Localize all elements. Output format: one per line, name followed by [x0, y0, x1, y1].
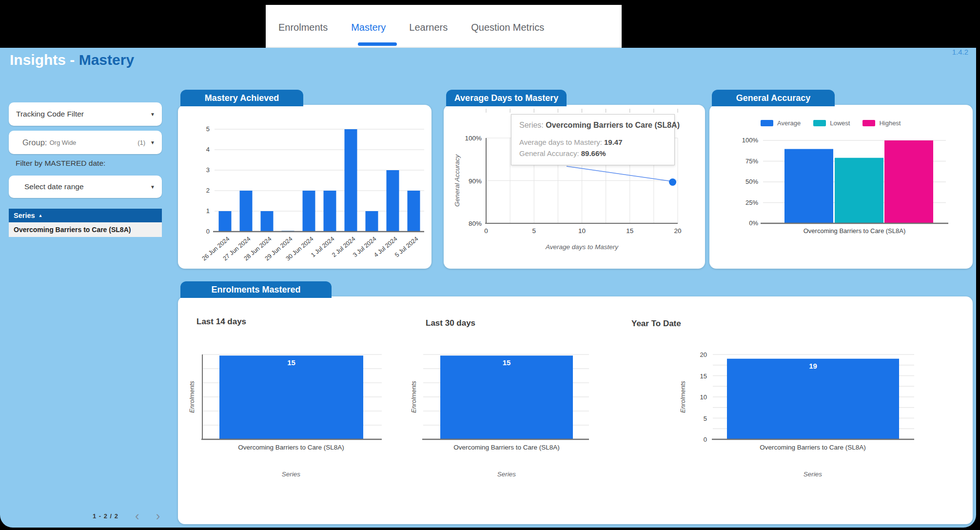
date-range-dropdown[interactable]: Select date range ▼: [9, 176, 162, 198]
tab-question-metrics[interactable]: Question Metrics: [471, 22, 544, 33]
tracking-code-filter-dropdown[interactable]: Tracking Code Filter ▼: [9, 102, 162, 126]
enrolments-mastered-svg: 15EnrolmentsOvercoming Barriers to Care …: [178, 296, 973, 524]
svg-text:Overcoming Barriers to Care (S: Overcoming Barriers to Care (SL8A): [238, 444, 344, 451]
pagination: 1 - 2 / 2 ‹ ›: [93, 511, 160, 521]
svg-text:80%: 80%: [469, 220, 482, 227]
legend-label: Highest: [879, 119, 901, 127]
legend-label: Average: [777, 119, 801, 127]
legend-swatch-icon: [862, 120, 875, 126]
svg-text:Series: Series: [497, 471, 516, 478]
svg-text:15: 15: [287, 358, 295, 367]
mastery-achieved-svg: 01234526 Jun 202427 Jun 202428 Jun 20242…: [178, 105, 431, 269]
enrolments-mastered-charts: 15EnrolmentsOvercoming Barriers to Care …: [178, 296, 973, 526]
svg-text:5 Jul 2024: 5 Jul 2024: [393, 236, 419, 259]
svg-text:Average days to Mastery: Average days to Mastery: [545, 243, 619, 251]
series-item-label: Overcoming Barriers to Care (SL8A): [14, 226, 131, 234]
svg-text:Overcoming Barriers to Care (S: Overcoming Barriers to Care (SL8A): [760, 444, 866, 451]
legend-item-lowest[interactable]: Lowest: [813, 119, 850, 127]
avg-days-card: 80%90%100%05101520Average days to Master…: [444, 105, 705, 269]
svg-text:3: 3: [206, 166, 210, 174]
mastered-date-filter-label: Filter by MASTERED date:: [16, 159, 105, 168]
subchart-title-last-30: Last 30 days: [426, 318, 475, 328]
series-header-label: Series: [14, 212, 35, 219]
svg-text:Overcoming Barriers to Care (S: Overcoming Barriers to Care (SL8A): [804, 227, 906, 235]
svg-text:100%: 100%: [742, 137, 759, 144]
tracking-code-filter-label: Tracking Code Filter: [16, 110, 84, 118]
caret-down-icon: ▼: [150, 184, 162, 190]
legend-item-average[interactable]: Average: [761, 119, 801, 127]
chevron-right-icon[interactable]: ›: [156, 511, 160, 521]
tooltip-metric2-label: General Accuracy:: [519, 149, 581, 157]
svg-text:Series: Series: [804, 471, 823, 478]
legend-label: Lowest: [830, 119, 850, 127]
chevron-left-icon[interactable]: ‹: [135, 511, 139, 521]
svg-text:15: 15: [503, 358, 511, 367]
legend-swatch-icon: [813, 120, 826, 126]
svg-text:90%: 90%: [469, 177, 482, 185]
tooltip-metric1-value: 19.47: [604, 138, 623, 146]
legend-item-highest[interactable]: Highest: [862, 119, 901, 127]
legend-swatch-icon: [761, 120, 773, 126]
svg-text:0: 0: [484, 227, 488, 235]
subchart-title-ytd: Year To Date: [631, 319, 681, 329]
svg-text:50%: 50%: [745, 178, 758, 185]
mastery-achieved-card: 01234526 Jun 202427 Jun 202428 Jun 20242…: [178, 105, 431, 269]
svg-text:10: 10: [578, 227, 586, 235]
bar: [219, 355, 363, 439]
tooltip-metric1-label: Average days to Mastery:: [519, 138, 604, 146]
bar: [303, 191, 315, 232]
svg-text:20: 20: [700, 351, 707, 358]
group-filter-label: Group:: [22, 138, 47, 147]
svg-text:2: 2: [206, 187, 210, 194]
tab-mastery[interactable]: Mastery: [351, 22, 386, 33]
tooltip-metric2-value: 89.66%: [581, 149, 606, 157]
group-filter-dropdown[interactable]: Group: Org Wide (1) ▼: [9, 131, 162, 154]
svg-text:100%: 100%: [465, 135, 482, 142]
active-tab-underline: [358, 42, 397, 46]
general-accuracy-chart: 0%25%50%75%100%Overcoming Barriers to Ca…: [709, 105, 973, 271]
svg-text:20: 20: [674, 227, 681, 235]
caret-down-icon: ▼: [150, 140, 162, 145]
svg-text:25%: 25%: [745, 199, 758, 206]
general-accuracy-card-title: General Accuracy: [712, 90, 835, 106]
card-title-label: General Accuracy: [736, 93, 810, 103]
pagination-label: 1 - 2 / 2: [93, 512, 118, 520]
general-accuracy-svg: 0%25%50%75%100%Overcoming Barriers to Ca…: [709, 105, 973, 269]
highest-bar: [884, 140, 933, 223]
tab-enrolments[interactable]: Enrolments: [278, 22, 328, 33]
group-filter-count: (1): [137, 139, 145, 146]
page-title-prefix: Insights -: [10, 52, 79, 68]
bar: [387, 170, 399, 232]
svg-text:15: 15: [700, 373, 707, 380]
mastery-achieved-card-title: Mastery Achieved: [180, 90, 303, 106]
svg-text:5: 5: [704, 415, 707, 422]
bar: [219, 211, 232, 232]
card-title-label: Enrolments Mastered: [211, 285, 300, 295]
chart-tooltip: Series: Overcoming Barriers to Care (SL8…: [511, 114, 675, 165]
bar: [727, 359, 899, 439]
bar: [408, 191, 420, 232]
svg-text:4: 4: [206, 146, 210, 153]
average-bar: [784, 149, 833, 223]
svg-text:75%: 75%: [745, 157, 758, 165]
page-title-page: Mastery: [79, 52, 134, 68]
tab-learners[interactable]: Learners: [409, 22, 448, 33]
lowest-bar: [835, 158, 883, 223]
bar: [324, 191, 336, 232]
insights-dashboard: Enrolments Mastery Learners Question Met…: [0, 0, 980, 530]
bar: [440, 355, 573, 439]
mastery-achieved-chart: 01234526 Jun 202427 Jun 202428 Jun 20242…: [178, 105, 431, 271]
card-title-label: Mastery Achieved: [205, 93, 279, 103]
svg-text:15: 15: [626, 227, 633, 235]
svg-text:10: 10: [700, 393, 707, 401]
svg-text:Series: Series: [282, 471, 301, 478]
enrolments-mastered-card-title: Enrolments Mastered: [180, 281, 332, 298]
svg-text:0: 0: [704, 436, 707, 443]
svg-text:General Accuracy: General Accuracy: [453, 154, 461, 207]
date-range-placeholder: Select date range: [24, 182, 84, 191]
tooltip-series-label: Series:: [519, 121, 546, 129]
series-sort-header[interactable]: Series ▲: [9, 209, 162, 222]
series-list-item[interactable]: Overcoming Barriers to Care (SL8A): [9, 222, 162, 237]
data-point: [669, 178, 676, 186]
dashboard-canvas: Insights - Mastery 1.4.2 Tracking Code F…: [0, 48, 976, 528]
